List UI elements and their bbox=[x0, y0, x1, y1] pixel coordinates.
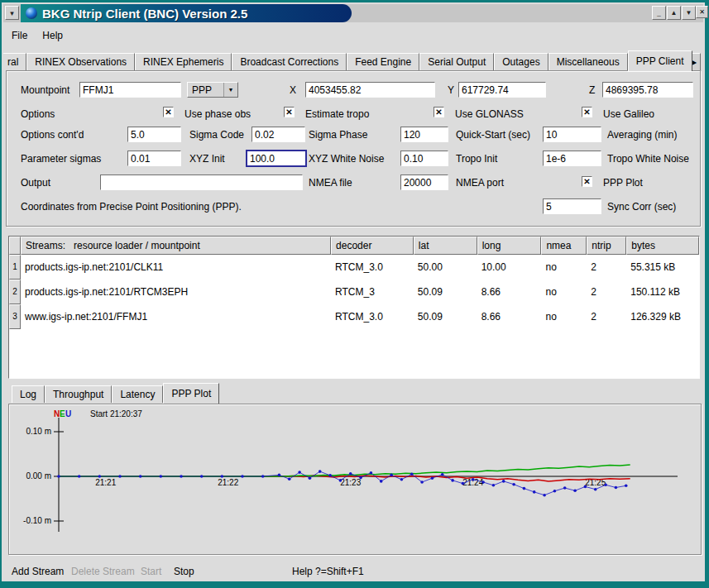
mountpoint-input[interactable] bbox=[79, 82, 181, 98]
ppp-mode-value: PPP bbox=[188, 84, 223, 96]
series-U-dot bbox=[431, 476, 434, 480]
column-header-nmea[interactable]: nmea bbox=[541, 237, 587, 255]
bnc-window: ▾ BKG Ntrip Client (BNC) Version 2.5 _ ▲… bbox=[2, 2, 705, 581]
xyz-init-label: XYZ Init bbox=[189, 153, 225, 165]
tab-latency[interactable]: Latency bbox=[112, 385, 163, 403]
menu-file[interactable]: File bbox=[5, 28, 34, 43]
series-U-dot bbox=[261, 475, 265, 478]
series-U-dot bbox=[359, 476, 362, 480]
add-stream-button[interactable]: Add Stream bbox=[12, 566, 64, 577]
column-header-mountpoint[interactable]: Streams: resource loader / mountpoint bbox=[21, 237, 331, 255]
column-header-decoder[interactable]: decoder bbox=[331, 237, 414, 255]
help-shift-f1-button[interactable]: Help ?=Shift+F1 bbox=[292, 566, 364, 577]
tab-rinex-ephemeris[interactable]: RINEX Ephemeris bbox=[135, 53, 232, 70]
xyz-init-input[interactable] bbox=[127, 151, 181, 166]
close-button[interactable]: ✕ bbox=[696, 6, 708, 18]
tab-feed-engine[interactable]: Feed Engine bbox=[347, 53, 419, 70]
tab-serial-output[interactable]: Serial Output bbox=[419, 53, 494, 70]
maximize-button[interactable]: ▲ bbox=[667, 6, 681, 20]
quick-start-label: Quick-Start (sec) bbox=[456, 129, 530, 141]
shade-button[interactable]: ▼ bbox=[682, 6, 696, 20]
streams-table[interactable]: Streams: resource loader / mountpointdec… bbox=[8, 236, 700, 379]
cell-long: 8.66 bbox=[477, 280, 542, 304]
tab-rinex-observations[interactable]: RINEX Observations bbox=[26, 53, 135, 70]
sigma-phase-label: Sigma Phase bbox=[309, 129, 367, 141]
stop-button[interactable]: Stop bbox=[174, 566, 194, 577]
tropo-init-input[interactable] bbox=[400, 151, 448, 166]
nmea-file-label: NMEA file bbox=[309, 177, 352, 189]
combo-down-icon[interactable]: ▼ bbox=[223, 83, 237, 97]
start-time-label: Start 21:20:37 bbox=[90, 409, 142, 418]
nmea-port-input[interactable] bbox=[400, 174, 448, 190]
z-input[interactable] bbox=[602, 82, 693, 98]
column-header-lat[interactable]: lat bbox=[414, 237, 477, 255]
series-U-dot bbox=[139, 475, 142, 478]
series-U-dot bbox=[298, 471, 301, 474]
sync-corr-label: Sync Corr (sec) bbox=[607, 201, 676, 213]
stream-row[interactable]: 3www.igs-ip.net:2101/FFMJ1RTCM_3.050.098… bbox=[9, 304, 699, 329]
tab-miscellaneous[interactable]: Miscellaneous bbox=[549, 53, 628, 70]
cell-bytes: 126.329 kB bbox=[626, 304, 699, 329]
x-tick-label: 21:21 bbox=[95, 478, 116, 487]
tab-throughput[interactable]: Throughput bbox=[45, 385, 112, 403]
options-contd-label: Options cont'd bbox=[21, 129, 84, 141]
series-U-dot bbox=[160, 475, 163, 478]
minimize-button[interactable]: _ bbox=[652, 6, 666, 20]
window-title: BKG Ntrip Client (BNC) Version 2.5 bbox=[42, 7, 247, 21]
nmea-file-input[interactable] bbox=[100, 174, 303, 190]
tab-ppp-plot[interactable]: PPP Plot bbox=[163, 383, 219, 404]
cell-lat: 50.09 bbox=[414, 280, 477, 304]
xyz-white-noise-input[interactable] bbox=[246, 150, 307, 167]
cell-nmea: no bbox=[541, 280, 587, 304]
use-phase-obs-checkbox[interactable]: ✕ bbox=[163, 107, 174, 117]
row-number-cell[interactable]: 2 bbox=[9, 280, 21, 304]
tab-ral[interactable]: ral bbox=[3, 53, 26, 70]
series-U-dot bbox=[523, 487, 526, 490]
tab-outages[interactable]: Outages bbox=[494, 53, 548, 70]
sigma-code-input[interactable] bbox=[127, 127, 181, 142]
series-U-dot bbox=[241, 475, 244, 478]
column-header-long[interactable]: long bbox=[477, 237, 542, 255]
use-glonass-checkbox[interactable]: ✕ bbox=[434, 107, 444, 117]
series-U-dot bbox=[410, 473, 414, 476]
window-menu-button[interactable]: ▾ bbox=[5, 6, 19, 20]
series-U-dot bbox=[502, 480, 505, 483]
stream-row[interactable]: 1products.igs-ip.net:2101/CLK11RTCM_3.05… bbox=[9, 255, 699, 280]
series-U-dot bbox=[512, 483, 515, 486]
series-U-dot bbox=[472, 478, 475, 481]
averaging-input[interactable] bbox=[543, 127, 601, 142]
sync-corr-input[interactable] bbox=[543, 198, 601, 214]
series-U-dot bbox=[328, 474, 332, 477]
use-galileo-checkbox[interactable]: ✕ bbox=[582, 107, 592, 117]
stream-row[interactable]: 2products.igs-ip.net:2101/RTCM3EPHRTCM_3… bbox=[9, 280, 699, 304]
y-input[interactable] bbox=[458, 82, 546, 98]
series-U-dot bbox=[349, 472, 352, 476]
use-phase-obs-label: Use phase obs bbox=[184, 108, 251, 120]
quick-start-input[interactable] bbox=[400, 127, 448, 142]
titlebar[interactable]: ▾ BKG Ntrip Client (BNC) Version 2.5 _ ▲… bbox=[3, 4, 703, 22]
x-input[interactable] bbox=[305, 82, 435, 98]
ppp-plot-checkbox[interactable]: ✕ bbox=[582, 176, 592, 187]
estimate-tropo-checkbox[interactable]: ✕ bbox=[284, 107, 295, 117]
menu-help[interactable]: Help bbox=[36, 28, 69, 43]
maximize-icon: ▲ bbox=[671, 10, 678, 17]
ppp-mode-combo[interactable]: PPP ▼ bbox=[187, 82, 238, 98]
tab-log[interactable]: Log bbox=[12, 385, 45, 403]
ppp-plot-label: PPP Plot bbox=[603, 177, 643, 189]
column-header-bytes[interactable]: bytes bbox=[626, 237, 699, 255]
row-number-cell[interactable]: 3 bbox=[9, 304, 21, 329]
series-U-dot bbox=[390, 474, 393, 477]
cell-lat: 50.09 bbox=[414, 304, 477, 329]
tab-broadcast-corrections[interactable]: Broadcast Corrections bbox=[232, 53, 347, 70]
series-U-dot bbox=[370, 471, 373, 475]
series-U-dot bbox=[604, 484, 607, 487]
column-header-ntrip[interactable]: ntrip bbox=[587, 237, 626, 255]
tropo-white-noise-input[interactable] bbox=[543, 151, 601, 166]
row-number-cell[interactable]: 1 bbox=[9, 255, 21, 280]
tab-ppp-client[interactable]: PPP Client bbox=[628, 50, 692, 71]
cell-bytes: 150.112 kB bbox=[626, 280, 699, 304]
y-tick-label: 0.10 m bbox=[26, 427, 51, 436]
cell-lat: 50.00 bbox=[414, 255, 477, 280]
sigma-phase-input[interactable] bbox=[252, 127, 305, 142]
series-U-dot bbox=[221, 475, 224, 478]
